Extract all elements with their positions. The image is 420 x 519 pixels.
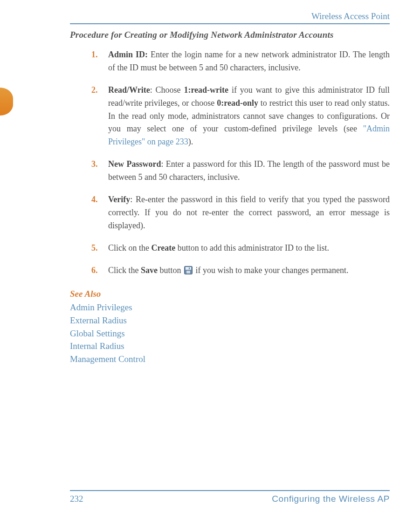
step-label: Admin ID: xyxy=(108,50,148,59)
step-text: button to add this administrator ID to t… xyxy=(175,243,329,253)
step-bold: Create xyxy=(151,243,176,253)
step-4: 4. Verify: Re-enter the password in this… xyxy=(91,193,390,232)
page-container: Wireless Access Point Procedure for Crea… xyxy=(0,0,420,519)
step-text: Click on the xyxy=(108,243,151,253)
step-number: 5. xyxy=(91,242,108,255)
see-also-internal-radius-link[interactable]: Internal Radius xyxy=(70,340,390,353)
see-also-management-control-link[interactable]: Management Control xyxy=(70,353,390,366)
step-number: 3. xyxy=(91,158,108,184)
step-number: 2. xyxy=(91,84,108,149)
step-3: 3. New Password: Enter a password for th… xyxy=(91,158,390,184)
step-5: 5. Click on the Create button to add thi… xyxy=(91,242,390,255)
step-body: Verify: Re-enter the password in this fi… xyxy=(108,193,390,232)
footer-section-title: Configuring the Wireless AP xyxy=(272,494,390,504)
step-number: 4. xyxy=(91,193,108,232)
step-label: New Password xyxy=(108,159,161,169)
page-number: 232 xyxy=(70,494,83,504)
see-also-links: Admin Privileges External Radius Global … xyxy=(70,301,390,365)
step-body: Admin ID: Enter the login name for a new… xyxy=(108,48,390,75)
page-footer: 232 Configuring the Wireless AP xyxy=(70,490,390,504)
see-also-heading: See Also xyxy=(70,289,390,299)
step-body: New Password: Enter a password for this … xyxy=(108,158,390,184)
running-header: Wireless Access Point xyxy=(70,11,390,24)
step-1: 1. Admin ID: Enter the login name for a … xyxy=(91,48,390,75)
see-also-global-settings-link[interactable]: Global Settings xyxy=(70,327,390,340)
step-2: 2. Read/Write: Choose 1:read-write if yo… xyxy=(91,84,390,149)
step-label: Read/Write xyxy=(108,85,150,95)
section-title: Procedure for Creating or Modifying Netw… xyxy=(70,30,390,40)
step-body: Click on the Create button to add this a… xyxy=(108,242,390,255)
svg-rect-2 xyxy=(186,271,190,273)
step-bold-1: 1:read-write xyxy=(184,85,228,95)
step-text: ). xyxy=(188,137,193,146)
step-number: 1. xyxy=(91,48,108,75)
step-body: Click the Save button if you wish to mak… xyxy=(108,264,390,277)
save-disk-icon xyxy=(184,266,193,274)
step-text: button xyxy=(158,266,183,275)
see-also-external-radius-link[interactable]: External Radius xyxy=(70,314,390,327)
svg-rect-1 xyxy=(186,267,191,270)
svg-rect-3 xyxy=(189,267,190,269)
step-bold: Save xyxy=(141,266,158,275)
step-text: : Choose xyxy=(150,85,184,95)
step-text: Click the xyxy=(108,266,141,275)
step-bold-2: 0:read-only xyxy=(217,98,258,108)
ordered-list: 1. Admin ID: Enter the login name for a … xyxy=(70,48,390,277)
step-body: Read/Write: Choose 1:read-write if you w… xyxy=(108,84,390,149)
step-text: : Re-enter the password in this field to… xyxy=(108,195,390,230)
step-text: Enter the login name for a new network a… xyxy=(108,50,390,72)
step-6: 6. Click the Save button if you wish to … xyxy=(91,264,390,277)
step-text: if you wish to make your changes permane… xyxy=(193,266,348,275)
step-label: Verify xyxy=(108,195,130,204)
step-number: 6. xyxy=(91,264,108,277)
see-also-admin-privileges-link[interactable]: Admin Privileges xyxy=(70,301,390,314)
